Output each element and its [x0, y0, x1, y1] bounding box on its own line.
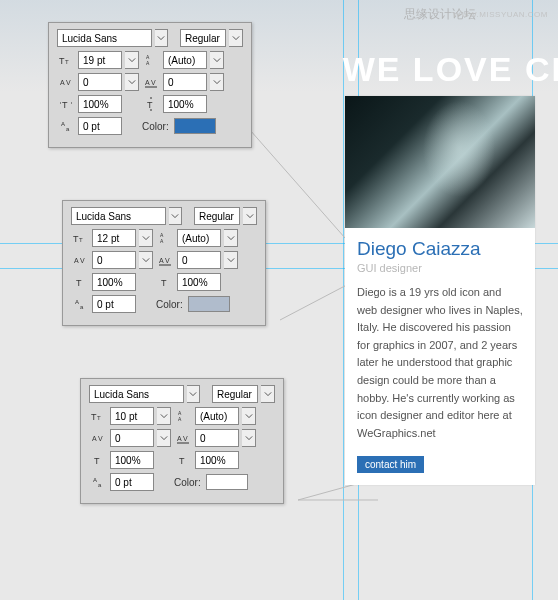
- svg-text:T: T: [147, 100, 153, 110]
- leading-field[interactable]: (Auto): [195, 407, 239, 425]
- color-label: Color:: [174, 477, 203, 488]
- svg-text:T: T: [179, 456, 185, 466]
- profile-name: Diego Caiazza: [357, 238, 523, 260]
- va-icon: AV: [71, 251, 89, 269]
- font-style-dropdown[interactable]: [229, 29, 243, 47]
- font-family-dropdown[interactable]: [169, 207, 183, 225]
- font-size-field[interactable]: 10 pt: [110, 407, 154, 425]
- vscale-icon: T: [156, 273, 174, 291]
- profile-card: Diego Caiazza GUI designer Diego is a 19…: [345, 96, 535, 485]
- tracking-field[interactable]: 0: [195, 429, 239, 447]
- baseline-field[interactable]: 0 pt: [92, 295, 136, 313]
- vscale-field[interactable]: 100%: [195, 451, 239, 469]
- font-size-icon: TT: [71, 229, 89, 247]
- profile-photo: [345, 96, 535, 228]
- font-size-field[interactable]: 19 pt: [78, 51, 122, 69]
- vscale-field[interactable]: 100%: [163, 95, 207, 113]
- color-label: Color:: [156, 299, 185, 310]
- svg-text:A: A: [178, 416, 182, 422]
- font-family-dropdown[interactable]: [155, 29, 169, 47]
- contact-button[interactable]: contact him: [357, 456, 424, 473]
- font-size-field[interactable]: 12 pt: [92, 229, 136, 247]
- va-field[interactable]: 0: [110, 429, 154, 447]
- leading-dropdown[interactable]: [224, 229, 238, 247]
- svg-text:A: A: [92, 435, 97, 442]
- hscale-icon: T: [57, 95, 75, 113]
- character-panel-3: Lucida Sans Regular TT 10 pt AA (Auto) A…: [80, 378, 284, 504]
- va-dropdown[interactable]: [139, 251, 153, 269]
- hscale-field[interactable]: 100%: [110, 451, 154, 469]
- tracking-icon: AV: [156, 251, 174, 269]
- va-icon: AV: [89, 429, 107, 447]
- font-family-field[interactable]: Lucida Sans: [57, 29, 152, 47]
- vscale-field[interactable]: 100%: [177, 273, 221, 291]
- svg-text:A: A: [145, 79, 150, 86]
- va-dropdown[interactable]: [125, 73, 139, 91]
- leading-field[interactable]: (Auto): [177, 229, 221, 247]
- svg-text:T: T: [79, 237, 83, 243]
- font-style-dropdown[interactable]: [261, 385, 275, 403]
- svg-text:A: A: [160, 238, 164, 244]
- svg-text:A: A: [146, 60, 150, 66]
- va-field[interactable]: 0: [78, 73, 122, 91]
- font-size-icon: TT: [57, 51, 75, 69]
- font-family-field[interactable]: Lucida Sans: [89, 385, 184, 403]
- font-size-dropdown[interactable]: [139, 229, 153, 247]
- va-icon: AV: [57, 73, 75, 91]
- tracking-field[interactable]: 0: [163, 73, 207, 91]
- profile-bio: Diego is a 19 yrs old icon and web desig…: [357, 284, 523, 442]
- tracking-dropdown[interactable]: [210, 73, 224, 91]
- color-label: Color:: [142, 121, 171, 132]
- svg-text:T: T: [76, 278, 82, 288]
- svg-text:V: V: [151, 79, 156, 86]
- svg-text:T: T: [65, 59, 69, 65]
- font-style-dropdown[interactable]: [243, 207, 257, 225]
- leading-icon: AA: [174, 407, 192, 425]
- svg-text:A: A: [60, 79, 65, 86]
- font-family-dropdown[interactable]: [187, 385, 201, 403]
- svg-text:A: A: [177, 435, 182, 442]
- font-family-field[interactable]: Lucida Sans: [71, 207, 166, 225]
- hscale-field[interactable]: 100%: [78, 95, 122, 113]
- profile-role: GUI designer: [357, 262, 523, 274]
- tracking-icon: AV: [142, 73, 160, 91]
- font-style-field[interactable]: Regular: [212, 385, 259, 403]
- svg-text:A: A: [93, 477, 97, 483]
- svg-text:A: A: [61, 121, 65, 127]
- svg-text:a: a: [98, 482, 102, 488]
- svg-text:T: T: [97, 415, 101, 421]
- baseline-icon: Aa: [89, 473, 107, 491]
- font-style-field[interactable]: Regular: [180, 29, 227, 47]
- baseline-field[interactable]: 0 pt: [78, 117, 122, 135]
- leading-icon: AA: [142, 51, 160, 69]
- svg-text:a: a: [80, 304, 84, 310]
- baseline-field[interactable]: 0 pt: [110, 473, 154, 491]
- tracking-dropdown[interactable]: [224, 251, 238, 269]
- tracking-field[interactable]: 0: [177, 251, 221, 269]
- leading-icon: AA: [156, 229, 174, 247]
- tracking-dropdown[interactable]: [242, 429, 256, 447]
- hscale-field[interactable]: 100%: [92, 273, 136, 291]
- leading-dropdown[interactable]: [210, 51, 224, 69]
- vscale-icon: T: [142, 95, 160, 113]
- hscale-icon: T: [71, 273, 89, 291]
- font-size-dropdown[interactable]: [125, 51, 139, 69]
- svg-text:T: T: [161, 278, 167, 288]
- baseline-icon: Aa: [71, 295, 89, 313]
- svg-text:V: V: [165, 257, 170, 264]
- font-size-icon: TT: [89, 407, 107, 425]
- character-panel-1: Lucida Sans Regular TT 19 pt AA (Auto) A…: [48, 22, 252, 148]
- color-swatch[interactable]: [188, 296, 230, 312]
- color-swatch[interactable]: [174, 118, 216, 134]
- font-style-field[interactable]: Regular: [194, 207, 241, 225]
- color-swatch[interactable]: [206, 474, 248, 490]
- va-field[interactable]: 0: [92, 251, 136, 269]
- leading-field[interactable]: (Auto): [163, 51, 207, 69]
- svg-text:A: A: [159, 257, 164, 264]
- font-size-dropdown[interactable]: [157, 407, 171, 425]
- leading-dropdown[interactable]: [242, 407, 256, 425]
- svg-line-0: [250, 130, 360, 255]
- svg-text:T: T: [94, 456, 100, 466]
- va-dropdown[interactable]: [157, 429, 171, 447]
- vscale-icon: T: [174, 451, 192, 469]
